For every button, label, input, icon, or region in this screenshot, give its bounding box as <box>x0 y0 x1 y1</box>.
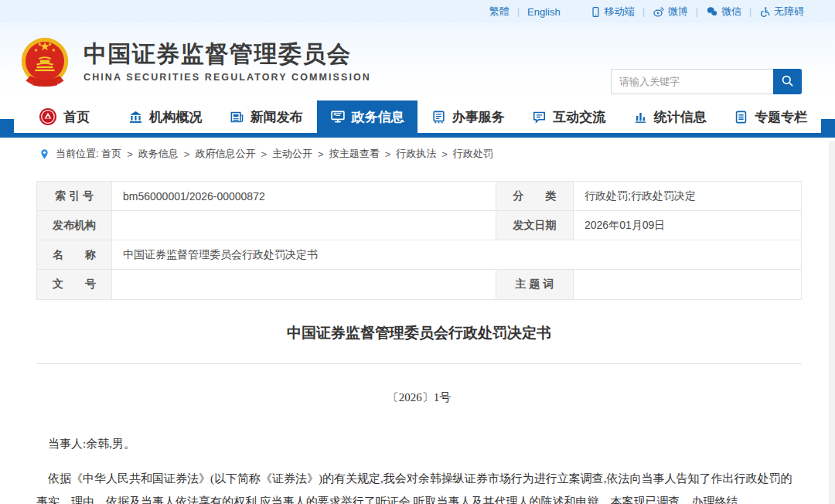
vertical-scrollbar[interactable] <box>829 141 835 504</box>
document-lines-icon <box>734 110 748 124</box>
nav-tab-label: 办事服务 <box>452 108 505 126</box>
breadcrumb: 当前位置: 首页 > 政务信息 > 政府信息公开 > 主动公开 > 按主题查看 … <box>0 138 835 170</box>
wechat-label: 微信 <box>721 5 741 19</box>
document-number-value <box>111 270 496 299</box>
document-paragraph-basis: 依据《中华人民共和国证券法》(以下简称《证券法》)的有关规定,我会对余韩操纵证券… <box>36 468 802 504</box>
bank-icon <box>128 110 143 124</box>
site-branding: 中国证券监督管理委员会 CHINA SECURITIES REGULATORY … <box>84 41 371 83</box>
breadcrumb-item-penalty[interactable]: 行政处罚 <box>453 147 493 161</box>
bar-chart-icon <box>633 110 648 124</box>
mobile-phone-icon <box>590 6 602 18</box>
divider: | <box>749 6 752 17</box>
nav-tab-label: 专题专栏 <box>755 108 807 126</box>
breadcrumb-item-home[interactable]: 首页 <box>101 147 121 161</box>
accessibility-link[interactable]: 无障碍 <box>759 5 804 19</box>
index-number-label: 索 引 号 <box>37 182 111 211</box>
document-title: 中国证券监督管理委员会行政处罚决定书 <box>36 323 802 343</box>
issuing-agency-value <box>111 211 496 240</box>
nav-tab-statistics[interactable]: 统计信息 <box>619 100 721 133</box>
breadcrumb-separator: > <box>127 148 133 160</box>
breadcrumb-separator: > <box>385 148 391 160</box>
search-button[interactable] <box>773 69 802 94</box>
wechat-link[interactable]: 微信 <box>706 5 741 19</box>
site-header: 中国证券监督管理委员会 CHINA SECURITIES REGULATORY … <box>0 23 835 100</box>
nav-tab-about[interactable]: 机构概况 <box>115 100 216 133</box>
index-number-value: bm56000001/2026-00000872 <box>111 182 496 211</box>
document-number-label: 文 号 <box>37 270 111 299</box>
breadcrumb-item-enforcement[interactable]: 行政执法 <box>396 147 436 161</box>
lang-english-link[interactable]: English <box>527 6 561 18</box>
divider: | <box>517 6 520 17</box>
main-content: 索 引 号 bm56000001/2026-00000872 分 类 行政处罚;… <box>0 181 835 504</box>
subject-words-label: 主 题 词 <box>496 270 573 299</box>
search-input[interactable] <box>611 69 773 94</box>
csrc-badge-icon <box>39 107 57 126</box>
nav-tab-label: 机构概况 <box>149 108 202 126</box>
search-icon <box>780 73 795 90</box>
mobile-label: 移动端 <box>605 5 635 19</box>
monitor-icon <box>330 109 346 124</box>
main-navigation: 首页 机构概况 新闻发布 政务信息 办事服务 <box>0 100 835 138</box>
weibo-icon <box>653 5 665 18</box>
breadcrumb-item-proactive-disclosure[interactable]: 主动公开 <box>272 147 312 161</box>
location-pin-icon <box>39 148 50 160</box>
nav-tab-label: 政务信息 <box>352 108 404 126</box>
divider <box>36 363 802 364</box>
wechat-icon <box>706 5 718 18</box>
lang-traditional-link[interactable]: 繁體 <box>489 5 510 19</box>
breadcrumb-item-info-disclosure[interactable]: 政府信息公开 <box>195 147 255 161</box>
issue-date-value: 2026年01月09日 <box>573 211 801 240</box>
subject-words-value <box>573 270 801 299</box>
issue-date-label: 发文日期 <box>496 211 573 240</box>
breadcrumb-item-government-info[interactable]: 政务信息 <box>138 147 179 161</box>
breadcrumb-separator: > <box>441 148 448 160</box>
national-emblem-logo <box>19 36 71 88</box>
service-list-icon <box>431 110 446 124</box>
mobile-link[interactable]: 移动端 <box>590 5 635 19</box>
site-title: 中国证券监督管理委员会 <box>84 41 371 66</box>
breadcrumb-separator: > <box>318 148 324 160</box>
nav-tab-label: 统计信息 <box>654 108 707 126</box>
document-info-table: 索 引 号 bm56000001/2026-00000872 分 类 行政处罚;… <box>36 181 802 300</box>
weibo-link[interactable]: 微博 <box>653 5 688 19</box>
top-utility-bar: 繁體 | English 移动端 | 微博 | 微信 | 无障碍 <box>0 0 835 23</box>
nav-tab-special-columns[interactable]: 专题专栏 <box>721 100 822 133</box>
issuing-agency-label: 发布机构 <box>37 211 111 240</box>
accessibility-label: 无障碍 <box>774 5 804 19</box>
nav-tab-label: 新闻发布 <box>250 108 303 126</box>
weibo-label: 微博 <box>668 5 688 19</box>
newspaper-icon <box>230 110 244 124</box>
nav-tab-government-info[interactable]: 政务信息 <box>317 100 418 133</box>
nav-tab-news[interactable]: 新闻发布 <box>216 100 317 133</box>
divider: | <box>642 6 645 17</box>
category-value: 行政处罚;行政处罚决定 <box>573 182 801 211</box>
category-label: 分 类 <box>496 182 573 211</box>
document-name-value: 中国证券监督管理委员会行政处罚决定书 <box>111 240 801 270</box>
breadcrumb-separator: > <box>261 148 267 160</box>
breadcrumb-item-by-topic[interactable]: 按主题查看 <box>329 147 380 161</box>
document-paragraph-party: 当事人:余韩,男。 <box>36 433 802 455</box>
site-subtitle: CHINA SECURITIES REGULATORY COMMISSION <box>84 72 371 83</box>
breadcrumb-separator: > <box>184 148 190 160</box>
document-name-label: 名 称 <box>37 240 111 270</box>
accessibility-wheelchair-icon <box>759 6 771 18</box>
chat-bubble-icon <box>532 110 547 124</box>
nav-tab-label: 首页 <box>63 108 90 126</box>
nav-tab-services[interactable]: 办事服务 <box>418 100 519 133</box>
nav-tab-label: 互动交流 <box>553 108 605 126</box>
divider: | <box>696 6 698 17</box>
nav-tab-interaction[interactable]: 互动交流 <box>519 100 620 133</box>
site-search <box>611 69 802 94</box>
document-case-number: 〔2026〕1号 <box>36 390 802 405</box>
breadcrumb-prefix: 当前位置: <box>56 147 99 161</box>
nav-tab-home[interactable]: 首页 <box>14 100 115 133</box>
